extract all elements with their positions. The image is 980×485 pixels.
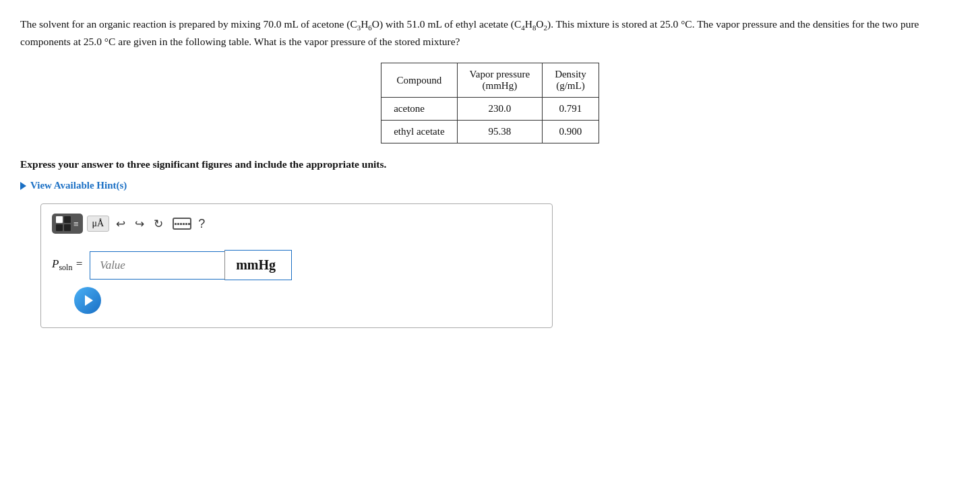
- data-table-container: Compound Vapor pressure(mmHg) Density(g/…: [20, 63, 960, 143]
- submit-button[interactable]: [74, 287, 101, 314]
- problem-container: The solvent for an organic reaction is p…: [20, 16, 960, 328]
- p-soln-label: Psoln =: [52, 257, 83, 273]
- toolbar: ≡ μÅ ↩ ↪ ↻ ?: [52, 214, 541, 240]
- vapor-pressure-ethyl-acetate: 95.38: [457, 121, 543, 143]
- table-row: acetone 230.0 0.791: [381, 98, 599, 121]
- col-header-density: Density(g/mL): [543, 63, 599, 98]
- grid-sq-3: [56, 224, 63, 231]
- compound-name-ethyl-acetate: ethyl acetate: [381, 121, 457, 143]
- vapor-pressure-acetone: 230.0: [457, 98, 543, 121]
- units-label: mmHg: [236, 257, 276, 273]
- key-dot-2: [177, 223, 179, 225]
- grid-sq-1: [56, 216, 63, 223]
- table-row: ethyl acetate 95.38 0.900: [381, 121, 599, 143]
- keyboard-button[interactable]: [170, 216, 194, 231]
- key-dot-3: [180, 223, 182, 225]
- grid-sq-4: [64, 224, 71, 231]
- hint-arrow-icon: [20, 182, 26, 190]
- key-dot-1: [175, 223, 177, 225]
- undo-button[interactable]: ↩: [113, 216, 128, 232]
- value-input[interactable]: [90, 251, 224, 280]
- keyboard-icon: [173, 218, 191, 230]
- hint-toggle[interactable]: View Available Hint(s): [20, 180, 960, 191]
- symbol-grid-icon: [56, 216, 71, 231]
- symbol-palette-button[interactable]: ≡: [52, 214, 83, 234]
- compound-name-acetone: acetone: [381, 98, 457, 121]
- answer-input-row: Psoln = mmHg: [52, 250, 541, 280]
- mu-button[interactable]: μÅ: [87, 216, 110, 232]
- col-header-vapor-pressure: Vapor pressure(mmHg): [457, 63, 543, 98]
- redo-button[interactable]: ↪: [132, 216, 147, 232]
- refresh-button[interactable]: ↻: [151, 216, 166, 232]
- key-dot-5: [185, 223, 187, 225]
- compounds-table: Compound Vapor pressure(mmHg) Density(g/…: [381, 63, 599, 143]
- density-ethyl-acetate: 0.900: [543, 121, 599, 143]
- density-acetone: 0.791: [543, 98, 599, 121]
- answer-box: ≡ μÅ ↩ ↪ ↻ ? Psoln =: [40, 203, 553, 328]
- submit-row: [52, 287, 541, 314]
- instruction-text: Express your answer to three significant…: [20, 158, 960, 170]
- problem-text: The solvent for an organic reaction is p…: [20, 16, 950, 51]
- help-button[interactable]: ?: [198, 217, 205, 231]
- key-dot-6: [188, 223, 190, 225]
- grid-sq-2: [64, 216, 71, 223]
- units-box: mmHg: [224, 250, 292, 280]
- key-dot-4: [183, 223, 185, 225]
- hint-label: View Available Hint(s): [30, 180, 127, 191]
- col-header-compound: Compound: [381, 63, 457, 98]
